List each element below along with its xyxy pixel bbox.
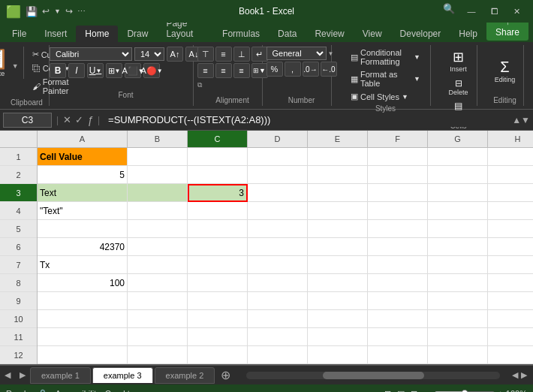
cell-h3[interactable] (488, 184, 533, 202)
view-normal-icon[interactable]: ⊞ (384, 389, 391, 393)
cell-f9[interactable] (368, 292, 428, 310)
cell-e8[interactable] (308, 274, 368, 292)
cell-a7[interactable]: Tx (38, 256, 128, 274)
col-header-a[interactable]: A (38, 131, 128, 147)
cell-f10[interactable] (368, 310, 428, 328)
cell-b8[interactable] (128, 274, 188, 292)
underline-button[interactable]: U ▼ (87, 63, 104, 78)
align-bottom-button[interactable]: ⊥ (233, 47, 250, 62)
font-family-select[interactable]: Calibri (50, 47, 132, 61)
cell-e4[interactable] (308, 202, 368, 220)
cell-a11[interactable] (38, 328, 128, 346)
cell-d11[interactable] (248, 328, 308, 346)
cell-c6[interactable] (188, 238, 248, 256)
italic-button[interactable]: I (68, 63, 85, 78)
fill-color-button[interactable]: A⬛ ▼ (125, 63, 141, 78)
cell-g2[interactable] (428, 166, 488, 184)
quick-access-undo-arrow-icon[interactable]: ▼ (54, 8, 61, 15)
maximize-button[interactable]: ⧠ (483, 3, 504, 20)
paste-button[interactable]: 📋 Paste (0, 47, 12, 79)
sheet-tab-example3[interactable]: example 3 (92, 367, 153, 383)
view-break-icon[interactable]: ⊟ (411, 389, 417, 393)
align-middle-button[interactable]: ≡ (215, 47, 232, 62)
col-header-b[interactable]: B (128, 131, 188, 147)
row-header-1[interactable]: 1 (0, 148, 37, 166)
align-top-button[interactable]: ⊤ (197, 47, 214, 62)
align-center-button[interactable]: ≡ (215, 63, 232, 78)
quick-access-undo-icon[interactable]: ↩ (42, 6, 50, 17)
cell-e10[interactable] (308, 310, 368, 328)
font-color-button[interactable]: A🔴 ▼ (143, 63, 160, 78)
cell-g8[interactable] (428, 274, 488, 292)
cell-f1[interactable] (368, 148, 428, 166)
col-header-c[interactable]: C (188, 131, 248, 147)
formula-expand-button[interactable]: ▲▼ (512, 115, 530, 125)
row-header-10[interactable]: 10 (0, 310, 37, 328)
cell-f4[interactable] (368, 202, 428, 220)
cell-a6[interactable]: 42370 (38, 238, 128, 256)
col-header-g[interactable]: G (428, 131, 488, 147)
cell-f6[interactable] (368, 238, 428, 256)
cell-b7[interactable] (128, 256, 188, 274)
tab-formulas[interactable]: Formulas (213, 26, 269, 42)
cell-g12[interactable] (428, 346, 488, 364)
row-header-5[interactable]: 5 (0, 220, 37, 238)
cell-c7[interactable] (188, 256, 248, 274)
tab-home[interactable]: Home (76, 26, 118, 42)
conditional-formatting-button[interactable]: ▤ Conditional Formatting ▼ (347, 47, 424, 68)
cell-d12[interactable] (248, 346, 308, 364)
cell-b10[interactable] (128, 310, 188, 328)
cell-g3[interactable] (428, 184, 488, 202)
cell-c2[interactable] (188, 166, 248, 184)
cell-d9[interactable] (248, 292, 308, 310)
cell-e3[interactable] (308, 184, 368, 202)
quick-access-more-icon[interactable]: ⋯ (77, 7, 86, 17)
paste-dropdown-icon[interactable]: ▼ (12, 62, 19, 70)
format-as-table-button[interactable]: ▦ Format as Table ▼ (347, 68, 424, 89)
number-format-select[interactable]: General (266, 47, 327, 60)
decrease-decimal-button[interactable]: ←.0 (321, 62, 337, 77)
cell-c5[interactable] (188, 220, 248, 238)
cell-c3[interactable]: 3 (188, 184, 248, 202)
quick-access-save-icon[interactable]: 💾 (26, 6, 38, 17)
autosum-button[interactable]: Σ Editing (491, 56, 519, 86)
cell-c8[interactable] (188, 274, 248, 292)
tab-draw[interactable]: Draw (118, 26, 157, 42)
row-header-7[interactable]: 7 (0, 256, 37, 274)
increase-decimal-button[interactable]: .0→ (303, 62, 319, 77)
cell-b6[interactable] (128, 238, 188, 256)
cell-h7[interactable] (488, 256, 533, 274)
cell-f7[interactable] (368, 256, 428, 274)
cell-h4[interactable] (488, 202, 533, 220)
cell-e7[interactable] (308, 256, 368, 274)
cell-c11[interactable] (188, 328, 248, 346)
cell-d7[interactable] (248, 256, 308, 274)
cell-c1[interactable] (188, 148, 248, 166)
cell-h10[interactable] (488, 310, 533, 328)
cell-f2[interactable] (368, 166, 428, 184)
minimize-button[interactable]: — (461, 3, 482, 20)
formula-input[interactable] (104, 113, 506, 127)
cell-b9[interactable] (128, 292, 188, 310)
cell-a10[interactable] (38, 310, 128, 328)
add-sheet-button[interactable]: ⊕ (216, 367, 234, 384)
sheet-tab-example2[interactable]: example 2 (155, 367, 215, 384)
cell-h6[interactable] (488, 238, 533, 256)
cell-a8[interactable]: 100 (38, 274, 128, 292)
cell-h9[interactable] (488, 292, 533, 310)
cell-f3[interactable] (368, 184, 428, 202)
align-right-button[interactable]: ≡ (233, 63, 250, 78)
tab-review[interactable]: Review (306, 26, 353, 42)
cell-g4[interactable] (428, 202, 488, 220)
cell-reference-box[interactable] (3, 113, 52, 128)
insert-cells-button[interactable]: ⊞ Insert (445, 47, 472, 75)
wrap-text-button[interactable]: ↵ (251, 47, 268, 62)
zoom-in-button[interactable]: + (498, 389, 502, 392)
cell-b11[interactable] (128, 328, 188, 346)
cell-e1[interactable] (308, 148, 368, 166)
row-header-3[interactable]: 3 (0, 184, 37, 202)
cell-h2[interactable] (488, 166, 533, 184)
row-header-4[interactable]: 4 (0, 202, 37, 220)
tab-help[interactable]: Help (450, 26, 486, 42)
cell-d8[interactable] (248, 274, 308, 292)
